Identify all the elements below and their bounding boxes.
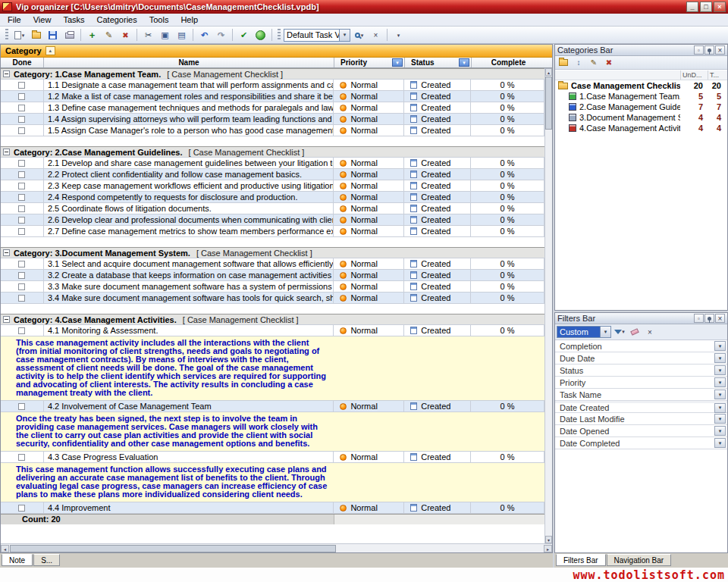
clear-filter-button[interactable]	[628, 327, 642, 338]
tree-column-undone[interactable]: UnD...	[680, 70, 708, 80]
filter-field-date-created[interactable]: Date Created	[555, 401, 727, 413]
horizontal-scrollbar-thumb[interactable]	[10, 545, 336, 552]
horizontal-scrollbar[interactable]	[1, 543, 552, 552]
sort-ascending-button[interactable]	[46, 46, 55, 55]
task-checkbox[interactable]	[18, 272, 25, 279]
task-row[interactable]: 3.3 Make sure document management softwa…	[1, 281, 544, 293]
task-row[interactable]: 2.1 Develop and share case management gu…	[1, 158, 544, 169]
task-checkbox[interactable]	[18, 505, 25, 512]
filter-dropdown-button[interactable]	[714, 341, 726, 351]
filter-dropdown-button[interactable]	[714, 426, 726, 436]
new-task-button[interactable]	[11, 28, 27, 42]
delete-task-button[interactable]	[118, 28, 133, 42]
filter-dropdown-button[interactable]	[714, 377, 726, 387]
tab-filters-bar[interactable]: Filters Bar	[556, 554, 606, 566]
combo-dropdown-icon[interactable]	[339, 30, 350, 41]
panel-menu-button[interactable]	[694, 45, 704, 55]
task-row[interactable]: 1.1 Designate a case management team tha…	[1, 80, 544, 91]
collapse-expander-icon[interactable]	[3, 249, 10, 256]
cut-button[interactable]	[140, 28, 156, 42]
vertical-scrollbar-thumb[interactable]	[545, 77, 552, 130]
task-row[interactable]: 4.4 ImprovementNormalCreated0 %	[1, 502, 544, 514]
task-checkbox[interactable]	[18, 160, 25, 167]
task-checkbox[interactable]	[18, 454, 25, 461]
filter-field-due-date[interactable]: Due Date	[555, 352, 727, 365]
complete-task-button[interactable]	[236, 28, 252, 42]
task-checkbox[interactable]	[18, 205, 25, 212]
task-row[interactable]: 2.3 Keep case management workflows effic…	[1, 180, 544, 192]
column-header-complete[interactable]: Complete	[472, 58, 545, 67]
tree-category-row[interactable]: 3.Document Management Syst44	[555, 112, 727, 123]
toolbar-options-button[interactable]	[391, 28, 406, 42]
panel-close-button[interactable]	[715, 45, 725, 55]
task-row[interactable]: 3.2 Create a database that keeps informa…	[1, 270, 544, 281]
new-category-button[interactable]	[557, 57, 570, 68]
filter-dropdown-button[interactable]	[714, 365, 726, 375]
column-header-priority[interactable]: Priority	[334, 58, 405, 67]
filter-dropdown-button[interactable]	[714, 438, 726, 448]
scroll-right-icon[interactable]	[544, 545, 552, 552]
status-filter-dropdown[interactable]	[459, 58, 469, 67]
task-checkbox[interactable]	[18, 327, 25, 334]
filter-field-date-completed[interactable]: Date Completed	[555, 437, 727, 449]
task-checkbox[interactable]	[18, 261, 25, 268]
add-task-button[interactable]	[84, 28, 100, 42]
task-row[interactable]: 3.4 Make sure document management softwa…	[1, 293, 544, 304]
column-header-done[interactable]: Done	[1, 58, 44, 67]
panel-close-button[interactable]	[715, 314, 725, 323]
filter-dropdown-button[interactable]	[714, 353, 726, 363]
task-row[interactable]: 4.1 Monitoring & Assessment.NormalCreate…	[1, 325, 544, 336]
task-view-combo[interactable]: Default Task V	[284, 29, 350, 42]
print-button[interactable]	[61, 28, 77, 42]
task-row[interactable]: 2.4 Respond competently to requests for …	[1, 192, 544, 203]
scroll-up-icon[interactable]	[545, 68, 552, 76]
task-row[interactable]: 2.2 Protect client confidentiality and f…	[1, 169, 544, 180]
category-header-row[interactable]: Category: 1.Case Management Team.[ Case …	[1, 68, 544, 80]
edit-category-button[interactable]	[587, 57, 601, 68]
tree-category-row[interactable]: 4.Case Management Activities44	[555, 123, 727, 133]
tree-category-row[interactable]: 2.Case Management Guideline77	[555, 102, 727, 112]
delete-category-button[interactable]	[602, 57, 616, 68]
task-row[interactable]: 4.2 Involvement of Case Management TeamN…	[1, 401, 544, 412]
close-button[interactable]	[714, 2, 726, 12]
filter-dropdown-button[interactable]	[714, 390, 726, 399]
undo-button[interactable]	[196, 28, 212, 42]
menu-item-tasks[interactable]: Tasks	[57, 14, 90, 25]
panel-pin-button[interactable]	[704, 45, 714, 55]
tab-note[interactable]: Note	[2, 554, 33, 566]
save-button[interactable]	[45, 28, 61, 42]
toolbar-grip[interactable]	[5, 29, 8, 41]
task-checkbox[interactable]	[18, 295, 25, 302]
panel-pin-button[interactable]	[704, 314, 714, 323]
task-checkbox[interactable]	[18, 171, 25, 178]
filter-field-completion[interactable]: Completion	[555, 340, 727, 352]
task-row[interactable]: 2.5 Coordinate flows of litigation docum…	[1, 203, 544, 214]
task-row[interactable]: 4.3 Case Progress EvaluationNormalCreate…	[1, 452, 544, 463]
paste-button[interactable]	[174, 28, 190, 42]
tree-column-total[interactable]: T...	[708, 70, 727, 80]
task-checkbox[interactable]	[18, 127, 25, 134]
filter-field-status[interactable]: Status	[555, 365, 727, 377]
filter-field-date-last-modifie[interactable]: Date Last Modifie	[555, 413, 727, 425]
menu-item-file[interactable]: File	[2, 14, 27, 25]
task-checkbox[interactable]	[18, 105, 25, 111]
task-checkbox[interactable]	[18, 183, 25, 189]
scroll-left-icon[interactable]	[1, 545, 9, 552]
maximize-button[interactable]	[700, 2, 712, 12]
category-header-row[interactable]: Category: 3.Document Management System.[…	[1, 247, 544, 258]
task-row[interactable]: 2.6 Develop clear and professional docum…	[1, 214, 544, 226]
filter-dropdown-button[interactable]	[714, 414, 726, 424]
search-view-button[interactable]	[351, 28, 367, 42]
panel-menu-button[interactable]	[694, 314, 704, 323]
category-header-row[interactable]: Category: 4.Case Management Activities.[…	[1, 314, 544, 325]
task-checkbox[interactable]	[18, 194, 25, 201]
menu-item-categories[interactable]: Categories	[91, 14, 143, 25]
task-checkbox[interactable]	[18, 283, 25, 290]
web-button[interactable]	[253, 28, 268, 42]
priority-filter-dropdown[interactable]	[392, 58, 403, 67]
move-category-button[interactable]	[572, 57, 585, 68]
collapse-expander-icon[interactable]	[3, 316, 10, 323]
vertical-scrollbar[interactable]	[544, 68, 552, 543]
remove-filter-button[interactable]	[643, 327, 657, 338]
task-checkbox[interactable]	[18, 93, 25, 100]
